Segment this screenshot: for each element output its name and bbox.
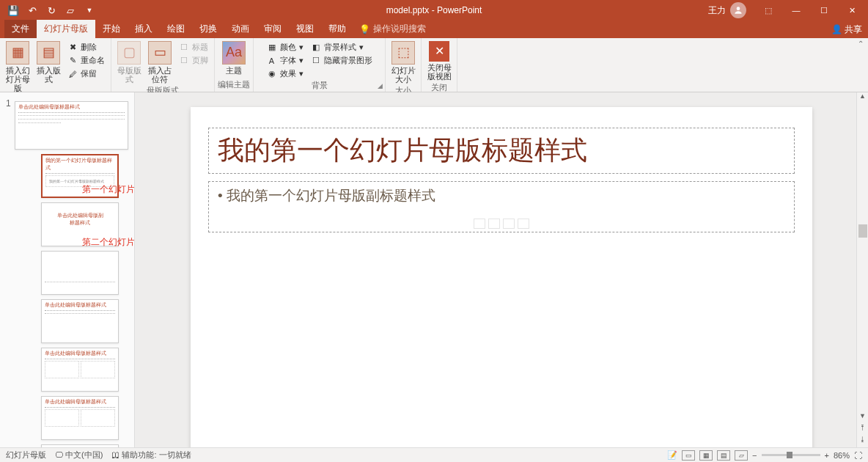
vertical-scrollbar[interactable]: ▲ ▼ ⭱ ⭳	[856, 92, 868, 447]
effects-dropdown[interactable]: ◉效果 ▾	[264, 67, 306, 80]
tell-me-search[interactable]: 💡 操作说明搜索	[353, 20, 432, 38]
ribbon-tabs: 文件 幻灯片母版 开始 插入 绘图 切换 动画 审阅 视图 帮助 💡 操作说明搜…	[0, 21, 868, 38]
fonts-dropdown[interactable]: A字体 ▾	[264, 54, 306, 67]
master-thumbnail[interactable]: 单击此处编辑母版标题样式	[15, 101, 128, 150]
lightbulb-icon: 💡	[359, 24, 370, 34]
user-name: 王力	[708, 4, 726, 17]
slide-master-icon: ▦	[6, 41, 29, 65]
table-icon[interactable]	[474, 219, 485, 229]
delete-button[interactable]: ✖删除	[65, 41, 108, 54]
minimize-button[interactable]: —	[783, 0, 809, 21]
file-tab[interactable]: 文件	[4, 20, 37, 38]
normal-view-button[interactable]: ▭	[682, 450, 695, 461]
zoom-slider-handle[interactable]	[787, 452, 792, 458]
animations-tab[interactable]: 动画	[224, 20, 257, 38]
maximize-button[interactable]: ☐	[811, 0, 837, 21]
hide-bg-graphics-checkbox[interactable]: ☐隐藏背景图形	[308, 54, 375, 67]
notes-button[interactable]: 📝	[667, 450, 677, 460]
zoom-slider[interactable]	[762, 454, 820, 456]
slide-size-button[interactable]: ⬚ 幻灯片大小	[389, 40, 418, 85]
slide-master-tab[interactable]: 幻灯片母版	[37, 20, 95, 38]
background-styles-dropdown[interactable]: ◧背景样式 ▾	[308, 41, 375, 54]
colors-dropdown[interactable]: ▦颜色 ▾	[264, 41, 306, 54]
layout-thumbnail-5[interactable]: 单击此处编辑母版标题样式	[41, 348, 119, 392]
insert-slide-master-button[interactable]: ▦ 插入幻灯片母版	[3, 40, 32, 94]
redo-button[interactable]: ↻	[44, 3, 59, 18]
start-from-beginning-button[interactable]: ▱	[63, 3, 78, 18]
slide-size-icon: ⬚	[391, 41, 415, 65]
content-area: 1 单击此处编辑母版标题样式 我的第一个幻灯片母版标题样式 我的第一个幻灯片母版…	[0, 92, 868, 447]
zoom-value[interactable]: 86%	[834, 451, 850, 460]
master-number: 1	[6, 98, 11, 109]
share-button[interactable]: 👤 共享	[831, 23, 862, 36]
rename-button[interactable]: ✎重命名	[65, 54, 108, 67]
background-group-label: 背景	[312, 80, 328, 92]
close-window-button[interactable]: ✕	[839, 0, 865, 21]
preserve-button[interactable]: 🖉保留	[65, 67, 108, 80]
picture-icon[interactable]	[503, 219, 515, 229]
preserve-icon: 🖉	[67, 69, 78, 79]
bg-styles-icon: ◧	[311, 43, 321, 53]
delete-icon: ✖	[67, 43, 78, 53]
layout-thumbnail-4[interactable]: 单击此处编辑母版标题样式	[41, 299, 119, 343]
slide-sorter-view-button[interactable]: ▦	[699, 450, 713, 461]
edit-theme-group-label: 编辑主题	[218, 79, 250, 91]
checkbox-icon: ☐	[179, 43, 189, 53]
help-tab[interactable]: 帮助	[321, 20, 353, 38]
title-checkbox[interactable]: ☐标题	[176, 41, 211, 54]
title-bar-right: 王力 ⬚ — ☐ ✕	[708, 0, 868, 21]
footers-checkbox[interactable]: ☐页脚	[176, 54, 211, 67]
video-icon[interactable]	[518, 219, 529, 229]
layout-thumb-title: 单击此处编辑母版标题样式	[45, 301, 115, 311]
close-master-view-button[interactable]: ✕ 关闭母版视图	[424, 40, 454, 82]
undo-button[interactable]: ↶	[25, 3, 40, 18]
accessibility-indicator[interactable]: 🕮 辅助功能: 一切就绪	[111, 450, 191, 461]
prev-slide-button[interactable]: ⭱	[857, 424, 868, 436]
ribbon-display-options[interactable]: ⬚	[755, 0, 781, 21]
qat-customize-dropdown[interactable]: ▼	[82, 3, 97, 18]
status-view-name: 幻灯片母版	[6, 450, 46, 461]
zoom-in-button[interactable]: +	[825, 451, 829, 460]
themes-icon: Aa	[222, 41, 246, 65]
view-tab[interactable]: 视图	[289, 20, 321, 38]
draw-tab[interactable]: 绘图	[160, 20, 192, 38]
scrollbar-thumb[interactable]	[858, 224, 867, 238]
layout-thumbnail-3[interactable]	[41, 251, 119, 295]
thumbnail-panel[interactable]: 1 单击此处编辑母版标题样式 我的第一个幻灯片母版标题样式 我的第一个幻灯片母版…	[0, 92, 135, 447]
annotation-1: 第一个幻灯片母版	[82, 183, 135, 196]
insert-tab[interactable]: 插入	[128, 20, 160, 38]
master-thumb-title: 单击此处编辑母版标题样式	[18, 103, 125, 113]
insert-placeholder-button[interactable]: ▭ 插入占位符	[145, 40, 174, 85]
scroll-down-button[interactable]: ▼	[857, 412, 868, 424]
review-tab[interactable]: 审阅	[257, 20, 289, 38]
transitions-tab[interactable]: 切换	[192, 20, 224, 38]
reading-view-button[interactable]: ▤	[717, 450, 730, 461]
scroll-up-button[interactable]: ▲	[857, 92, 868, 104]
user-avatar[interactable]	[730, 2, 746, 18]
colors-icon: ▦	[267, 43, 277, 53]
fit-to-window-button[interactable]: ⛶	[854, 451, 862, 460]
language-indicator[interactable]: 🖵 中文(中国)	[55, 450, 103, 461]
collapse-ribbon-button[interactable]: ⌃	[858, 40, 864, 48]
subtitle-placeholder[interactable]: 我的第一个幻灯片母版副标题样式	[208, 181, 795, 232]
master-layout-button[interactable]: ▢ 母版版式	[114, 40, 144, 85]
checkbox-icon: ☐	[311, 56, 321, 66]
background-dialog-launcher[interactable]: ◢	[378, 82, 383, 89]
chart-icon[interactable]	[488, 219, 500, 229]
insert-layout-button[interactable]: ▤ 插入版式	[34, 40, 63, 85]
themes-button[interactable]: Aa 主题	[219, 40, 249, 76]
title-placeholder-text: 我的第一个幻灯片母版标题样式	[218, 133, 785, 169]
layout-thumb-title: 我的第一个幻灯片母版标题样式	[45, 157, 114, 174]
title-placeholder[interactable]: 我的第一个幻灯片母版标题样式	[208, 128, 795, 174]
effects-icon: ◉	[267, 69, 277, 79]
home-tab[interactable]: 开始	[95, 20, 128, 38]
slide-editor[interactable]: 我的第一个幻灯片母版标题样式 我的第一个幻灯片母版副标题样式	[135, 92, 868, 447]
layout-thumb-title: 单击此处编辑母版标题样式	[45, 398, 115, 408]
title-bar: 💾 ↶ ↻ ▱ ▼ model.pptx - PowerPoint 王力 ⬚ —…	[0, 0, 868, 21]
zoom-out-button[interactable]: −	[752, 451, 757, 460]
next-slide-button[interactable]: ⭳	[857, 436, 868, 447]
slideshow-view-button[interactable]: ▱	[735, 450, 748, 461]
save-button[interactable]: 💾	[6, 3, 21, 18]
layout-thumbnail-6[interactable]: 单击此处编辑母版标题样式	[41, 396, 119, 440]
slide-canvas[interactable]: 我的第一个幻灯片母版标题样式 我的第一个幻灯片母版副标题样式	[191, 107, 812, 450]
